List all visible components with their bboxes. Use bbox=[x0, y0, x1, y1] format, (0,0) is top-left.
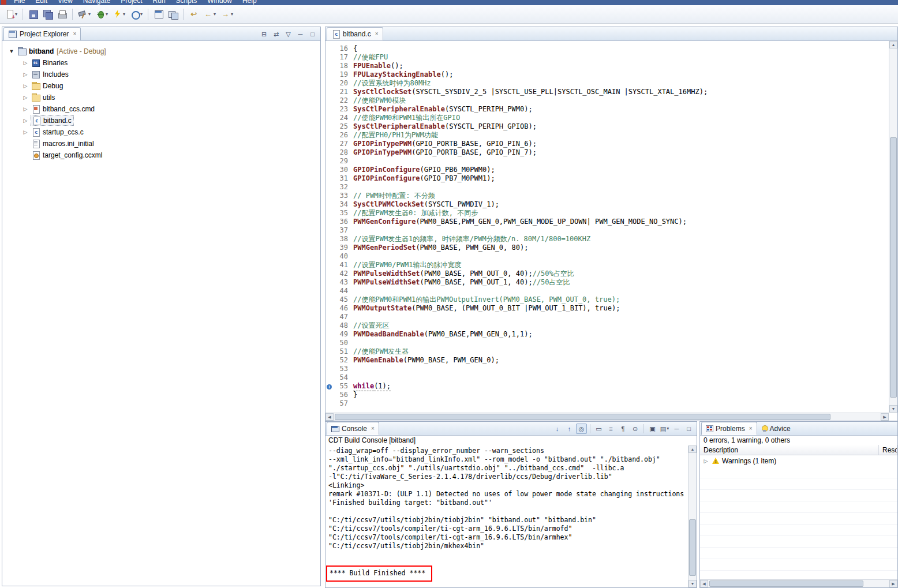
column-header-resource[interactable]: Resource bbox=[879, 445, 897, 455]
close-icon[interactable]: × bbox=[73, 31, 76, 37]
code-line: 37 bbox=[325, 226, 889, 235]
previous-error-button[interactable]: ↑ bbox=[564, 424, 575, 434]
scrollbar-thumb[interactable] bbox=[689, 519, 696, 576]
expand-arrow-icon[interactable]: ▷ bbox=[22, 95, 29, 100]
debug-button[interactable]: ▾ bbox=[93, 8, 110, 21]
display-selected-console-button[interactable]: ▣ bbox=[647, 424, 658, 434]
toolbar-separator bbox=[23, 9, 23, 20]
menu-window[interactable]: Window bbox=[202, 0, 237, 5]
tree-item-target-config-ccxml[interactable]: target_config.ccxml bbox=[2, 149, 320, 161]
dropdown-arrow-icon[interactable]: ▾ bbox=[667, 426, 669, 431]
scroll-down-arrow-icon[interactable]: ▼ bbox=[889, 405, 897, 413]
back-button[interactable]: ←▾ bbox=[201, 8, 218, 21]
menu-file[interactable]: File bbox=[9, 0, 30, 5]
scroll-left-arrow-icon[interactable]: ◀ bbox=[325, 413, 334, 421]
tree-item-macros-ini-initial[interactable]: macros.ini_initial bbox=[2, 138, 320, 149]
collapse-arrow-icon[interactable]: ▼ bbox=[8, 48, 15, 54]
scrollbar-thumb[interactable] bbox=[890, 137, 897, 398]
expand-arrow-icon[interactable]: ▷ bbox=[22, 129, 29, 135]
console-vertical-scrollbar[interactable]: ▲ ▼ bbox=[688, 445, 697, 587]
tree-item-bitband-c[interactable]: ▷bitband.c bbox=[2, 115, 320, 126]
view-menu-button[interactable]: ▽ bbox=[283, 29, 294, 39]
expand-arrow-icon[interactable]: ▷ bbox=[22, 60, 29, 66]
scroll-down-arrow-icon[interactable]: ▼ bbox=[689, 580, 697, 587]
save-all-button[interactable] bbox=[41, 8, 54, 21]
menu-scripts[interactable]: Scripts bbox=[171, 0, 203, 5]
tree-item-debug[interactable]: ▷Debug bbox=[2, 80, 320, 92]
column-header-description[interactable]: Description bbox=[700, 445, 879, 455]
tab-problems[interactable]: Problems× bbox=[701, 422, 757, 435]
tree-item-startup-ccs-c[interactable]: ▷startup_ccs.c bbox=[2, 126, 320, 138]
expand-arrow-icon[interactable]: ▷ bbox=[22, 83, 29, 89]
minimize-button[interactable]: ─ bbox=[671, 424, 682, 434]
editor-horizontal-scrollbar[interactable]: ◀ ▶ bbox=[325, 413, 889, 421]
new-button[interactable]: ▾ bbox=[3, 8, 19, 21]
dropdown-arrow-icon[interactable]: ▾ bbox=[140, 12, 143, 17]
resource-explorer-button[interactable] bbox=[152, 8, 165, 21]
expand-arrow-icon[interactable]: ▷ bbox=[22, 118, 29, 123]
menu-project[interactable]: Project bbox=[115, 0, 147, 5]
tree-item-label: startup_ccs.c bbox=[43, 128, 84, 136]
code-segment: PWMPulseWidthSet bbox=[353, 269, 420, 278]
collapse-all-button[interactable]: ⊟ bbox=[259, 29, 270, 39]
close-icon[interactable]: × bbox=[371, 426, 375, 432]
build-button[interactable]: ▾ bbox=[76, 8, 92, 21]
expand-arrow-icon[interactable]: ▷ bbox=[702, 458, 709, 464]
expand-arrow-icon[interactable]: ▷ bbox=[22, 106, 29, 112]
close-icon[interactable]: × bbox=[375, 31, 379, 37]
last-edit-location-button[interactable]: ↩ bbox=[187, 8, 200, 21]
editor-vertical-scrollbar[interactable]: ▲ ▼ bbox=[889, 41, 897, 413]
flash-button[interactable]: ▾ bbox=[111, 8, 127, 21]
scrollbar-thumb[interactable] bbox=[335, 414, 830, 420]
problems-row[interactable]: ▷Warnings (1 item) bbox=[700, 455, 897, 467]
tree-item-project-root[interactable]: ▼ bitband[Active - Debug] bbox=[2, 46, 320, 57]
tree-item-binaries[interactable]: ▷Binaries bbox=[2, 57, 320, 69]
menu-edit[interactable]: Edit bbox=[30, 0, 53, 5]
dropdown-arrow-icon[interactable]: ▾ bbox=[15, 12, 17, 17]
tree-item-includes[interactable]: ▷Includes bbox=[2, 69, 320, 80]
open-perspective-button[interactable] bbox=[166, 8, 179, 21]
open-console-button[interactable]: ▤▾ bbox=[659, 424, 670, 434]
maximize-button[interactable]: □ bbox=[683, 424, 694, 434]
dropdown-arrow-icon[interactable]: ▾ bbox=[123, 12, 125, 17]
tree-item-utils[interactable]: ▷utils bbox=[2, 92, 320, 103]
next-error-button[interactable]: ↓ bbox=[552, 424, 563, 434]
code-editor[interactable]: 16{17//使能FPU18FPUEnable();19FPULazyStack… bbox=[325, 41, 889, 413]
clear-console-button[interactable]: ▭ bbox=[593, 424, 604, 434]
tab-project-explorer[interactable]: Project Explorer × bbox=[3, 27, 81, 40]
menu-run[interactable]: Run bbox=[148, 0, 171, 5]
connect-button[interactable]: ▾ bbox=[128, 8, 144, 21]
close-icon[interactable]: × bbox=[749, 426, 753, 432]
menu-view[interactable]: View bbox=[53, 0, 78, 5]
minimize-button[interactable]: ─ bbox=[295, 29, 306, 39]
dropdown-arrow-icon[interactable]: ▾ bbox=[88, 12, 91, 17]
expand-arrow-icon[interactable]: ▷ bbox=[22, 72, 29, 77]
scroll-right-arrow-icon[interactable]: ▶ bbox=[889, 580, 897, 587]
maximize-button[interactable]: □ bbox=[307, 29, 318, 39]
scroll-up-arrow-icon[interactable]: ▲ bbox=[889, 41, 897, 48]
tab-advice[interactable]: Advice bbox=[757, 422, 795, 435]
tab-bitband-c[interactable]: bitband.c × bbox=[327, 27, 383, 40]
pin-console-button[interactable]: ⊙ bbox=[630, 424, 641, 434]
tab-console[interactable]: Console × bbox=[327, 422, 379, 435]
link-with-editor-button[interactable]: ⇄ bbox=[271, 29, 282, 39]
show-error-in-editor-button[interactable]: ◎ bbox=[576, 424, 587, 434]
menu-navigate[interactable]: Navigate bbox=[78, 0, 115, 5]
forward-button[interactable]: →▾ bbox=[219, 8, 235, 21]
word-wrap-button[interactable]: ¶ bbox=[618, 424, 628, 434]
scrollbar-thumb[interactable] bbox=[709, 580, 863, 587]
dropdown-arrow-icon[interactable]: ▾ bbox=[106, 12, 108, 17]
dropdown-arrow-icon[interactable]: ▾ bbox=[231, 12, 233, 17]
scroll-right-arrow-icon[interactable]: ▶ bbox=[881, 413, 889, 421]
problems-horizontal-scrollbar[interactable]: ◀ ▶ bbox=[700, 579, 897, 587]
dropdown-arrow-icon[interactable]: ▾ bbox=[214, 12, 216, 17]
tree-item-bitband-ccs-cmd[interactable]: ▷bitband_ccs.cmd bbox=[2, 103, 320, 115]
scroll-left-arrow-icon[interactable]: ◀ bbox=[700, 580, 708, 587]
scroll-up-arrow-icon[interactable]: ▲ bbox=[689, 445, 697, 453]
save-button[interactable] bbox=[27, 8, 40, 21]
console-output[interactable]: --diag_wrap=off --display_error_number -… bbox=[325, 445, 687, 587]
code-segment: //配置PH0/PH1为PWM功能 bbox=[353, 131, 438, 140]
scroll-lock-button[interactable]: ≡ bbox=[605, 424, 616, 434]
menu-help[interactable]: Help bbox=[237, 0, 262, 5]
print-button[interactable] bbox=[55, 8, 69, 21]
